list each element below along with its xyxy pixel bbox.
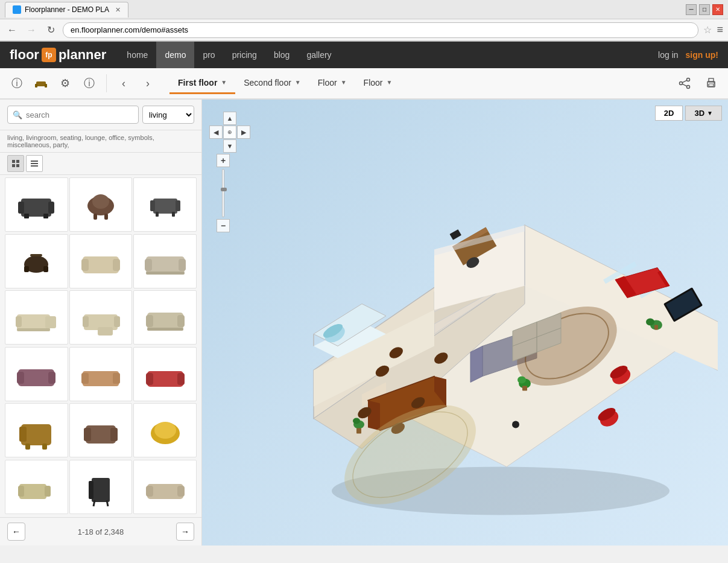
prev-floor-button[interactable]: ‹ <box>114 74 133 93</box>
nav-left-button[interactable]: ◀ <box>209 126 223 139</box>
svg-rect-12 <box>12 160 15 163</box>
svg-rect-50 <box>114 316 120 327</box>
next-floor-button[interactable]: › <box>138 74 157 93</box>
svg-rect-16 <box>31 161 38 162</box>
grid-view-button[interactable] <box>7 155 24 172</box>
list-item[interactable] <box>133 177 197 232</box>
tab-close-button[interactable]: ✕ <box>115 6 121 14</box>
search-input-wrapper: 🔍 <box>7 106 139 124</box>
signup-button[interactable]: sign up! <box>686 50 718 60</box>
minimize-button[interactable]: ─ <box>686 4 697 15</box>
nav-pro[interactable]: pro <box>194 42 223 68</box>
category-select[interactable]: living bedroom kitchen office <box>142 106 194 124</box>
svg-rect-83 <box>177 486 185 497</box>
svg-point-142 <box>512 421 519 428</box>
logo-text-planner: planner <box>59 47 106 63</box>
login-button[interactable]: log in <box>658 50 678 60</box>
close-button[interactable]: ✕ <box>712 4 723 15</box>
list-item[interactable] <box>69 234 133 288</box>
refresh-button[interactable]: ↻ <box>43 23 58 37</box>
logo-icon: fp <box>42 48 56 62</box>
nav-center-button[interactable]: ⊕ <box>223 126 236 139</box>
svg-rect-70 <box>84 428 91 441</box>
tab-first-floor[interactable]: First floor ▼ <box>169 73 235 94</box>
prev-page-button[interactable]: ← <box>7 523 25 541</box>
window-controls: ─ □ ✕ <box>686 4 723 15</box>
svg-point-135 <box>353 418 360 424</box>
list-item[interactable] <box>133 403 197 457</box>
zoom-in-button[interactable]: + <box>217 154 230 167</box>
forward-button[interactable]: → <box>24 23 39 37</box>
svg-rect-46 <box>17 328 50 331</box>
help-icon[interactable]: ⓘ <box>80 74 99 93</box>
svg-point-73 <box>154 422 176 439</box>
list-item[interactable] <box>69 460 133 514</box>
list-item[interactable] <box>5 460 68 514</box>
list-item[interactable] <box>69 177 133 232</box>
nav-down-button[interactable]: ▼ <box>223 139 236 153</box>
list-item[interactable] <box>69 403 133 457</box>
maximize-button[interactable]: □ <box>699 4 710 15</box>
list-item[interactable] <box>5 347 68 401</box>
2d-view-button[interactable]: 2D <box>655 106 683 121</box>
furniture-icon[interactable] <box>31 74 51 93</box>
list-view-button[interactable] <box>26 155 43 172</box>
back-button[interactable]: ← <box>5 23 19 37</box>
svg-marker-124 <box>368 400 380 430</box>
svg-point-5 <box>687 86 690 89</box>
svg-point-4 <box>680 82 683 85</box>
settings-icon[interactable]: ⚙ <box>55 74 75 93</box>
share-button[interactable] <box>675 74 694 93</box>
svg-line-6 <box>682 80 687 83</box>
svg-rect-14 <box>12 164 15 167</box>
list-item[interactable] <box>133 290 197 345</box>
3d-view-button[interactable]: 3D ▼ <box>685 106 722 121</box>
next-page-button[interactable]: → <box>176 523 194 541</box>
svg-rect-0 <box>36 81 46 86</box>
zoom-handle[interactable] <box>221 188 227 191</box>
logo: floor fp planner <box>10 47 106 63</box>
svg-rect-102 <box>449 229 461 240</box>
svg-rect-42 <box>179 259 186 271</box>
menu-icon[interactable]: ≡ <box>717 24 723 36</box>
list-item[interactable] <box>69 347 133 401</box>
nav-home[interactable]: home <box>118 42 156 68</box>
list-item[interactable] <box>5 290 68 345</box>
search-icon: 🔍 <box>13 110 22 119</box>
print-button[interactable] <box>701 74 721 93</box>
browser-tab[interactable]: Floorplanner - DEMO PLA ✕ <box>5 2 128 17</box>
svg-rect-10 <box>709 84 714 86</box>
nav-pricing[interactable]: pricing <box>224 42 265 68</box>
nav-gallery[interactable]: gallery <box>298 42 340 68</box>
url-input[interactable] <box>63 22 698 38</box>
svg-rect-71 <box>110 428 118 441</box>
list-item[interactable] <box>5 234 68 288</box>
svg-rect-31 <box>156 212 159 217</box>
list-item[interactable] <box>133 347 197 401</box>
svg-rect-51 <box>98 327 113 336</box>
tab-floor-4[interactable]: Floor ▼ <box>355 73 401 94</box>
list-item[interactable] <box>5 177 68 232</box>
nav-blog[interactable]: blog <box>265 42 298 68</box>
search-input[interactable] <box>26 110 133 119</box>
chevron-down-icon: ▼ <box>295 79 301 86</box>
list-item[interactable] <box>5 403 68 457</box>
nav-demo[interactable]: demo <box>156 42 194 68</box>
bookmark-icon[interactable]: ☆ <box>703 24 712 36</box>
svg-rect-76 <box>45 486 51 497</box>
info-icon[interactable]: ⓘ <box>7 74 27 93</box>
list-item[interactable] <box>69 290 133 345</box>
list-item[interactable] <box>133 460 197 514</box>
nav-up-button[interactable]: ▲ <box>223 112 236 125</box>
list-item[interactable] <box>133 234 197 288</box>
svg-rect-82 <box>146 486 153 497</box>
canvas-area[interactable]: 2D 3D ▼ ▲ ◀ ⊕ ▶ ▼ + <box>202 100 728 546</box>
svg-rect-36 <box>43 266 48 272</box>
tab-floor-3[interactable]: Floor ▼ <box>309 73 355 94</box>
zoom-bar[interactable] <box>222 169 224 217</box>
tab-second-floor[interactable]: Second floor ▼ <box>235 73 309 94</box>
nav-right-button[interactable]: ▶ <box>237 126 250 139</box>
svg-rect-53 <box>146 315 153 327</box>
search-bar: 🔍 living bedroom kitchen office <box>0 100 201 130</box>
zoom-out-button[interactable]: − <box>217 219 230 232</box>
